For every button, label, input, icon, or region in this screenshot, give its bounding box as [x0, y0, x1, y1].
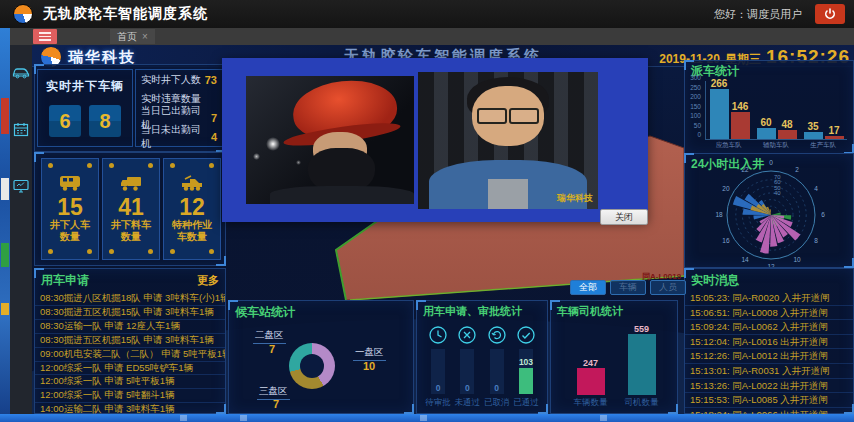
desktop-background [0, 28, 10, 414]
svg-text:4: 4 [814, 185, 818, 192]
driver-title: 车辆司机统计 [551, 301, 677, 322]
bar-value: 0 [452, 383, 482, 393]
list-item: 15:15:53: 同A-L0085 入井开道闸 [685, 393, 853, 408]
bar [804, 132, 823, 139]
vehicle-card-value: 12 [179, 195, 205, 219]
requests-panel: 用车申请 更多 08:30掘进八区机掘18队 申请 3吨料车(小)1辆08:30… [34, 268, 226, 414]
map-filter-group: 全部车辆人员 [570, 280, 686, 295]
bar [757, 128, 776, 139]
list-item: 08:30掘进五区机掘15队 申请 3吨料车1辆 [35, 334, 225, 348]
calendar-icon[interactable] [12, 121, 30, 139]
bar-value: 266 [711, 79, 728, 89]
vehicle-icon[interactable] [12, 63, 30, 81]
column-label: 已通过 [513, 397, 539, 409]
approval-title: 用车申请、审批统计 [417, 301, 547, 322]
svg-text:8: 8 [814, 237, 818, 244]
messages-list: 15:05:23: 同A-R0020 入井开道闸15:06:51: 同A-L00… [685, 291, 853, 414]
map-filter-button[interactable]: 人员 [650, 280, 686, 295]
slice-value: 10 [363, 360, 375, 372]
list-item: 15:12:04: 同A-L0016 出井开道闸 [685, 335, 853, 350]
slice-label: 一盘区 [353, 346, 386, 361]
underground-count-1: 6 [49, 105, 81, 137]
slice-label: 二盘区 [253, 329, 286, 344]
undo-icon [487, 325, 507, 345]
stat-label: 实时井下人数 [141, 73, 201, 87]
list-item: 08:30运输一队 申请 12座人车1辆 [35, 320, 225, 334]
bar-value: 48 [781, 120, 792, 130]
tab-home[interactable]: 首页 × [110, 29, 155, 44]
bar [778, 130, 797, 139]
bar [731, 112, 750, 139]
bar-value: 0 [482, 383, 512, 393]
requests-more-link[interactable]: 更多 [197, 273, 219, 288]
vehicle-card-value: 15 [57, 195, 83, 219]
station-title: 候车站统计 [229, 301, 413, 324]
list-item: 08:30掘进五区机掘15队 申请 3吨料车1辆 [35, 306, 225, 320]
stat-row: 当日未出勤司机 4 [136, 127, 222, 146]
station-donut-chart [289, 343, 335, 389]
list-item: 15:13:26: 同A-L0022 出井开道闸 [685, 379, 853, 394]
map-filter-active[interactable]: 全部 [570, 280, 606, 295]
svg-text:6: 6 [821, 211, 825, 218]
dispatch-y-axis: 300250200150100500 [685, 75, 703, 139]
list-item: 15:06:51: 同A-L0008 入井开道闸 [685, 306, 853, 321]
svg-text:16: 16 [722, 237, 730, 244]
vehicle-card-material: 41 井下料车数量 [102, 158, 160, 260]
svg-text:14: 14 [741, 256, 749, 263]
os-taskbar[interactable] [0, 414, 854, 422]
column-label: 已取消 [484, 397, 510, 409]
tab-close-icon[interactable]: × [142, 31, 148, 42]
messages-panel: 实时消息 15:05:23: 同A-R0020 入井开道闸15:06:51: 同… [684, 268, 854, 414]
video-call-overlay: 瑞华科技 关闭 [222, 58, 648, 222]
power-button[interactable] [815, 4, 845, 24]
dispatch-categories: 应急车队辅助车队生产车队 [705, 141, 847, 150]
monitor-icon[interactable] [12, 177, 30, 195]
cross-icon [457, 325, 477, 345]
requests-title: 用车申请 [41, 272, 89, 289]
underground-title: 实时井下车辆 [38, 78, 132, 95]
approval-column: 103已通过 [513, 325, 539, 409]
stat-value: 7 [211, 112, 217, 124]
list-item: 15:13:01: 同A-R0031 入井开道闸 [685, 364, 853, 379]
underground-count-box: 实时井下车辆 6 8 [37, 69, 133, 147]
svg-text:12: 12 [767, 263, 775, 267]
special-vehicle-icon [179, 173, 205, 193]
bar-value: 0 [423, 383, 453, 393]
list-item: 12:00综采一队 申请 5吨平板1辆 [35, 375, 225, 389]
stat-label: 当日未出勤司机 [141, 123, 211, 151]
vehicle-card-special: 12 特种作业车数量 [163, 158, 221, 260]
glasses [477, 108, 538, 120]
underground-count-2: 8 [89, 105, 121, 137]
bar-value: 17 [828, 126, 839, 136]
vehicle-card-people: 15 井下人车数量 [41, 158, 99, 260]
vehicle-card-label: 井下料车数量 [107, 219, 155, 243]
underground-panel: 实时井下车辆 6 8 实时井下人数 73 实时违章数量 当日已出勤司机 7 当日… [34, 64, 226, 152]
bar-value: 60 [760, 118, 771, 128]
rose-panel: 24小时出入井 024681012141618202270605040 [684, 153, 854, 268]
close-video-button[interactable]: 关闭 [600, 209, 648, 225]
svg-text:18: 18 [715, 211, 723, 218]
driver-panel: 车辆司机统计 247车辆数量559司机数量 [550, 300, 678, 414]
messages-title: 实时消息 [685, 269, 853, 291]
driver-bar: 247车辆数量 [574, 358, 608, 409]
driver-bar-chart: 247车辆数量559司机数量 [565, 323, 667, 409]
list-item: 15:09:24: 同A-L0062 入井开道闸 [685, 320, 853, 335]
column-label: 待审批 [425, 397, 451, 409]
user-greeting: 您好：调度员用户 [714, 7, 802, 22]
list-item: 14:00运输二队 申请 3吨料车1辆 [35, 403, 225, 414]
window-titlebar: 无轨胶轮车智能调度系统 您好：调度员用户 [0, 0, 854, 28]
window-title: 无轨胶轮车智能调度系统 [43, 5, 208, 23]
tab-home-label: 首页 [117, 30, 137, 44]
approval-column: 0待审批 [425, 325, 451, 409]
bar [710, 89, 729, 139]
rose-title: 24小时出入井 [685, 154, 770, 175]
menu-button[interactable] [33, 29, 57, 44]
slice-value: 7 [269, 343, 275, 355]
app-logo-icon [13, 4, 33, 24]
list-item: 09:00机电安装二队（二队） 申请 5吨平板1辆 [35, 348, 225, 362]
column-label: 未通过 [455, 397, 481, 409]
stat-row: 实时井下人数 73 [136, 70, 222, 89]
approval-bar-chart: 0待审批0未通过0已取消103已通过 [425, 325, 539, 409]
map-filter-button[interactable]: 车辆 [610, 280, 646, 295]
bus-icon [57, 173, 83, 193]
